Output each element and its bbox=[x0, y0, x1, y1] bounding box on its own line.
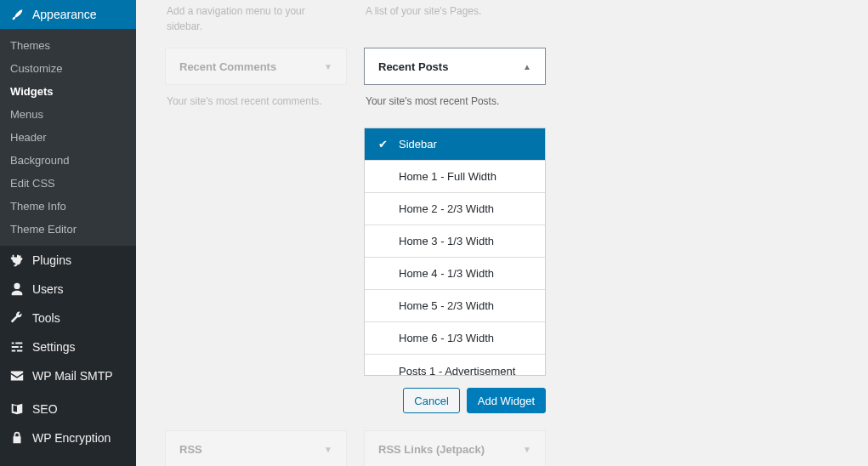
sub-item-background[interactable]: Background bbox=[0, 149, 136, 172]
sidebar-item-tools[interactable]: Tools bbox=[0, 304, 136, 332]
cancel-button[interactable]: Cancel bbox=[403, 388, 459, 413]
widget-desc: Your site's most recent comments. bbox=[165, 85, 347, 109]
area-item[interactable]: Home 1 - Full Width bbox=[365, 161, 545, 193]
sub-item-edit-css[interactable]: Edit CSS bbox=[0, 172, 136, 195]
area-label: Sidebar bbox=[399, 138, 437, 151]
widget-desc: A list of your site's Pages. bbox=[364, 0, 546, 19]
sub-item-theme-info[interactable]: Theme Info bbox=[0, 195, 136, 218]
sub-item-widgets[interactable]: Widgets bbox=[0, 80, 136, 103]
admin-sidebar: Appearance Themes Customize Widgets Menu… bbox=[0, 0, 136, 466]
wrench-icon bbox=[9, 310, 26, 327]
sub-item-header[interactable]: Header bbox=[0, 126, 136, 149]
sidebar-item-label: Users bbox=[32, 282, 64, 296]
widget-area-chooser: ✔ Sidebar Home 1 - Full Width Home 2 - 2… bbox=[364, 128, 546, 376]
plug-icon bbox=[9, 252, 26, 269]
sub-item-themes[interactable]: Themes bbox=[0, 34, 136, 57]
sidebar-item-settings[interactable]: Settings bbox=[0, 332, 136, 361]
area-label: Home 5 - 2/3 Width bbox=[399, 299, 494, 312]
sidebar-item-users[interactable]: Users bbox=[0, 275, 136, 304]
widget-title: RSS Links (Jetpack) bbox=[378, 443, 485, 456]
widget-title: RSS bbox=[179, 443, 202, 456]
widget-title: Recent Posts bbox=[378, 60, 448, 73]
chevron-down-icon: ▼ bbox=[324, 445, 332, 454]
widget-desc: Add a navigation menu to your sidebar. bbox=[165, 0, 347, 34]
area-item[interactable]: Home 5 - 2/3 Width bbox=[365, 290, 545, 322]
area-item[interactable]: Home 4 - 1/3 Width bbox=[365, 258, 545, 290]
area-item[interactable]: Home 3 - 1/3 Width bbox=[365, 225, 545, 258]
sidebar-item-label: WP Mail SMTP bbox=[32, 369, 113, 383]
brush-icon bbox=[9, 6, 26, 23]
widget-rss-links[interactable]: RSS Links (Jetpack) ▼ bbox=[364, 430, 546, 466]
sidebar-item-label: WP Encryption bbox=[32, 431, 111, 445]
seo-icon bbox=[9, 401, 26, 418]
widget-recent-posts[interactable]: Recent Posts ▲ bbox=[364, 48, 546, 85]
sidebar-item-appearance[interactable]: Appearance bbox=[0, 0, 136, 29]
chevron-down-icon: ▼ bbox=[324, 62, 332, 71]
area-item[interactable]: Home 6 - 1/3 Width bbox=[365, 322, 545, 355]
sidebar-item-label: Appearance bbox=[32, 8, 97, 21]
chevron-down-icon: ▼ bbox=[523, 445, 531, 454]
sidebar-item-label: Plugins bbox=[32, 253, 71, 267]
area-label: Posts 1 - Advertisement bbox=[399, 365, 515, 376]
sidebar-item-label: SEO bbox=[32, 402, 58, 416]
chevron-up-icon: ▲ bbox=[523, 62, 531, 71]
appearance-submenu: Themes Customize Widgets Menus Header Ba… bbox=[0, 29, 136, 246]
area-item[interactable]: Posts 1 - Advertisement bbox=[365, 355, 545, 375]
area-label: Home 6 - 1/3 Width bbox=[399, 332, 494, 344]
widget-rss[interactable]: RSS ▼ bbox=[165, 430, 347, 466]
user-icon bbox=[9, 281, 26, 298]
sub-item-menus[interactable]: Menus bbox=[0, 103, 136, 126]
widgets-content: Add a navigation menu to your sidebar. A… bbox=[136, 0, 868, 466]
add-widget-button[interactable]: Add Widget bbox=[467, 388, 546, 413]
sidebar-item-wp-mail-smtp[interactable]: WP Mail SMTP bbox=[0, 361, 136, 390]
sub-item-theme-editor[interactable]: Theme Editor bbox=[0, 218, 136, 241]
widget-recent-comments[interactable]: Recent Comments ▼ bbox=[165, 48, 347, 85]
sidebar-item-label: Tools bbox=[32, 311, 60, 325]
area-label: Home 4 - 1/3 Width bbox=[399, 267, 494, 280]
check-icon: ✔ bbox=[378, 138, 390, 151]
area-item[interactable]: Home 2 - 2/3 Width bbox=[365, 193, 545, 225]
lock-icon bbox=[9, 429, 26, 446]
widget-area-scroll[interactable]: ✔ Sidebar Home 1 - Full Width Home 2 - 2… bbox=[365, 128, 545, 375]
sidebar-item-seo[interactable]: SEO bbox=[0, 395, 136, 423]
widget-desc: Your site's most recent Posts. bbox=[364, 85, 546, 109]
sidebar-item-plugins[interactable]: Plugins bbox=[0, 246, 136, 275]
area-label: Home 2 - 2/3 Width bbox=[399, 202, 494, 215]
mail-icon bbox=[9, 367, 26, 384]
area-label: Home 1 - Full Width bbox=[399, 170, 496, 183]
sub-item-customize[interactable]: Customize bbox=[0, 57, 136, 80]
sidebar-item-wp-encryption[interactable]: WP Encryption bbox=[0, 423, 136, 452]
area-label: Home 3 - 1/3 Width bbox=[399, 235, 494, 247]
widget-title: Recent Comments bbox=[179, 60, 276, 73]
sidebar-item-label: Settings bbox=[32, 340, 76, 354]
area-item-sidebar[interactable]: ✔ Sidebar bbox=[365, 128, 545, 161]
sliders-icon bbox=[9, 338, 26, 355]
